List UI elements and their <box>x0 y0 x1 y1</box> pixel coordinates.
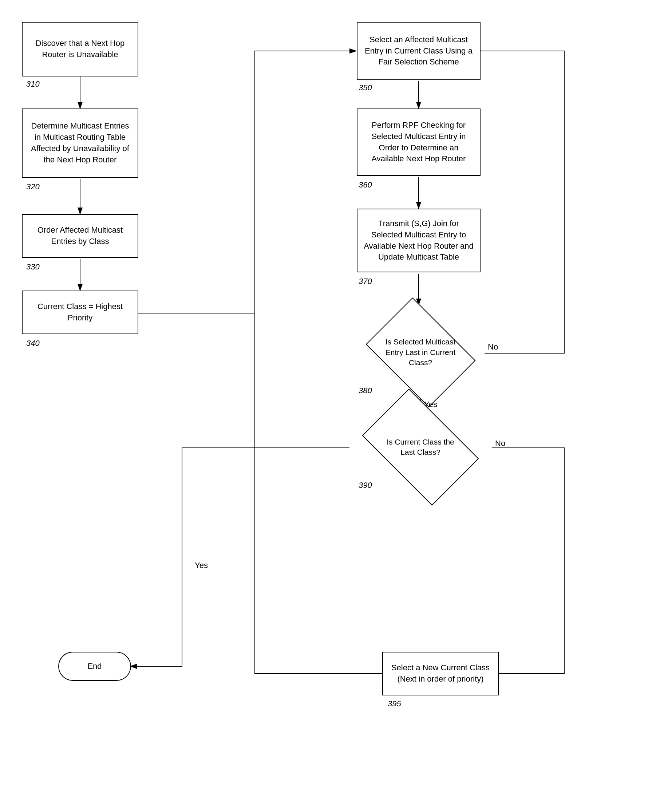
box-310: Discover that a Next Hop Router is Unava… <box>22 22 138 77</box>
diamond-380: Is Selected Multicast Entry Last in Curr… <box>357 305 484 400</box>
yes-label-380: Yes <box>424 400 437 409</box>
label-320: 320 <box>26 182 40 192</box>
no-label-380: No <box>488 342 498 352</box>
yes-label-390: Yes <box>195 561 208 570</box>
box-320: Determine Multicast Entries in Multicast… <box>22 109 138 178</box>
label-395: 395 <box>388 699 401 708</box>
box-340: Current Class = Highest Priority <box>22 290 138 334</box>
label-360: 360 <box>358 180 372 190</box>
flowchart-container: Discover that a Next Hop Router is Unava… <box>0 0 672 793</box>
label-390: 390 <box>358 481 372 490</box>
label-310: 310 <box>26 79 40 89</box>
label-380: 380 <box>358 386 372 396</box>
end-box: End <box>58 652 131 681</box>
label-370: 370 <box>358 277 372 286</box>
label-330: 330 <box>26 262 40 272</box>
box-360: Perform RPF Checking for Selected Multic… <box>357 109 480 176</box>
box-370: Transmit (S,G) Join for Selected Multica… <box>357 208 480 272</box>
label-350: 350 <box>358 83 372 93</box>
box-395: Select a New Current Class (Next in orde… <box>382 652 499 695</box>
box-330: Order Affected Multicast Entries by Clas… <box>22 214 138 258</box>
no-label-390: No <box>495 439 505 448</box>
diamond-390: Is Current Class the Last Class? <box>349 400 491 495</box>
box-350: Select an Affected Multicast Entry in Cu… <box>357 22 480 80</box>
label-340: 340 <box>26 339 40 348</box>
